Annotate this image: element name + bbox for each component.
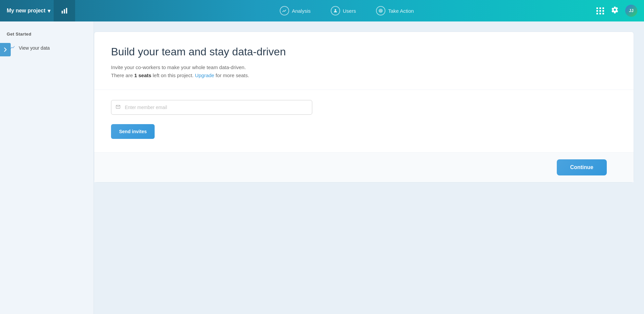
- sidebar-item-view-data[interactable]: View your data: [7, 42, 87, 54]
- person-icon: [333, 8, 338, 13]
- envelope-icon: [116, 105, 120, 109]
- bottom-section: Continue: [94, 152, 634, 182]
- card-body: Send invites: [94, 90, 634, 152]
- sidebar-view-data-label: View your data: [19, 45, 50, 51]
- svg-point-6: [381, 10, 381, 11]
- project-name-button[interactable]: My new project ▾: [7, 8, 50, 14]
- svg-point-3: [335, 9, 336, 11]
- main-card: Build your team and stay data-driven Inv…: [94, 32, 634, 182]
- continue-button[interactable]: Continue: [557, 159, 607, 175]
- card-header: Build your team and stay data-driven Inv…: [94, 32, 634, 90]
- nav-item-users[interactable]: Users: [331, 6, 356, 15]
- project-name-label: My new project: [7, 8, 46, 14]
- take-action-icon: [376, 6, 385, 15]
- sidebar: Get Started View your data: [0, 21, 94, 314]
- desc-part4: for more seats.: [214, 72, 249, 78]
- sidebar-toggle-button[interactable]: [0, 43, 11, 56]
- settings-icon[interactable]: [611, 6, 619, 15]
- svg-rect-0: [61, 11, 63, 13]
- card-title: Build your team and stay data-driven: [111, 45, 617, 58]
- nav-item-take-action[interactable]: Take Action: [376, 6, 414, 15]
- arrow-right-icon: [4, 47, 7, 52]
- target-icon: [378, 8, 383, 13]
- upgrade-link[interactable]: Upgrade: [195, 72, 214, 78]
- bar-chart-icon: [61, 7, 68, 14]
- analysis-chart-icon: [282, 8, 287, 13]
- view-data-chart-icon: [10, 45, 15, 50]
- main-layout: Get Started View your data Build your te…: [0, 21, 644, 314]
- email-input[interactable]: [111, 100, 312, 115]
- email-input-wrapper: [111, 100, 312, 115]
- seats-count: 1 seats: [134, 72, 151, 78]
- send-invites-button[interactable]: Send invites: [111, 124, 155, 139]
- chevron-down-icon: ▾: [48, 8, 50, 14]
- desc-part1: Invite your co-workers to make your whol…: [111, 64, 246, 70]
- topnav-center: Analysis Users Take Action: [97, 6, 596, 15]
- card-description: Invite your co-workers to make your whol…: [111, 63, 617, 80]
- avatar[interactable]: JJ: [625, 5, 637, 17]
- nav-item-analysis[interactable]: Analysis: [280, 6, 311, 15]
- grid-icon[interactable]: [596, 7, 604, 14]
- topnav-right: JJ: [596, 5, 644, 17]
- email-icon: [116, 105, 120, 110]
- chart-line-icon: [10, 45, 15, 51]
- users-icon: [331, 6, 340, 15]
- svg-rect-1: [64, 9, 65, 13]
- sidebar-section-title: Get Started: [7, 32, 87, 37]
- desc-part3: left on this project.: [151, 72, 195, 78]
- svg-rect-2: [66, 8, 67, 14]
- analysis-label: Analysis: [292, 8, 311, 14]
- desc-part2: There are: [111, 72, 134, 78]
- nav-chart-icon-box[interactable]: [54, 0, 75, 21]
- analysis-icon: [280, 6, 289, 15]
- content-area: Build your team and stay data-driven Inv…: [94, 21, 644, 314]
- take-action-label: Take Action: [388, 8, 414, 14]
- gear-svg-icon: [611, 6, 619, 13]
- topnav-left: My new project ▾: [0, 0, 97, 21]
- users-label: Users: [343, 8, 356, 14]
- topnav: My new project ▾ Analysis: [0, 0, 644, 21]
- avatar-initials: JJ: [629, 8, 633, 13]
